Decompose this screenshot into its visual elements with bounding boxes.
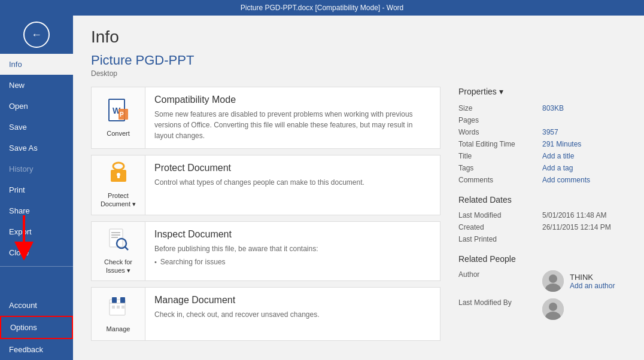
properties-table: Size 803KB Pages Words 3957 Total Editin… [458, 102, 626, 186]
sidebar-item-history: History [0, 158, 73, 179]
check-issues-button[interactable]: Check for Issues ▾ [92, 222, 145, 281]
last-modified-by-row: Last Modified By [458, 297, 626, 325]
compatibility-text: Compatibility Mode Some new features are… [145, 87, 440, 148]
svg-point-26 [549, 303, 557, 311]
people-table: Author [458, 269, 626, 325]
document-location: Desktop [73, 68, 644, 87]
svg-line-14 [125, 247, 128, 250]
prop-pages-label: Pages [458, 114, 542, 126]
prop-words: Words 3957 [458, 126, 626, 138]
author-avatar [542, 270, 564, 292]
author-row: Author [458, 269, 626, 297]
compatibility-desc: Some new features are disabled to preven… [154, 109, 431, 141]
prop-comments-label: Comments [458, 174, 542, 186]
protect-text: Protect Document Control what types of c… [145, 155, 440, 215]
compatibility-title: Compatibility Mode [154, 94, 431, 105]
date-printed: Last Printed [458, 233, 626, 245]
last-modified-by-label: Last Modified By [458, 297, 542, 325]
protect-button[interactable]: Protect Document ▾ [92, 155, 145, 215]
sidebar-item-feedback[interactable]: Feedback [0, 339, 73, 360]
svg-rect-20 [117, 306, 120, 309]
svg-text:P: P [120, 111, 124, 118]
inspect-desc: Before publishing this file, be aware th… [154, 243, 431, 254]
inspect-sub-text: Searching for issues [160, 258, 226, 266]
svg-rect-5 [113, 163, 124, 170]
main-content: Info Picture PGD-PPT Desktop W [73, 16, 644, 360]
prop-size-value: 803KB [542, 102, 626, 114]
manage-desc: Check in, check out, and recover unsaved… [154, 309, 431, 320]
sidebar-item-open[interactable]: Open [0, 96, 73, 117]
inspect-sub: • Searching for issues [154, 258, 431, 266]
title-bar: Picture PGD-PPT.docx [Compatibility Mode… [0, 0, 644, 16]
prop-title: Title Add a title [458, 150, 626, 162]
sidebar-item-save-as[interactable]: Save As [0, 138, 73, 158]
sidebar-item-info[interactable]: Info [0, 54, 73, 75]
inspect-title: Inspect Document [154, 229, 431, 240]
document-title: Picture PGD-PPT [73, 53, 644, 68]
convert-label: Convert [107, 129, 130, 138]
prop-size-label: Size [458, 102, 542, 114]
prop-pages-value [542, 114, 626, 126]
convert-icon: W P [108, 98, 129, 127]
svg-rect-19 [112, 306, 115, 309]
author-person: THINK Add an author [542, 270, 626, 292]
page-title: Info [73, 16, 644, 53]
date-printed-label: Last Printed [458, 233, 542, 245]
prop-tags-value[interactable]: Add a tag [542, 162, 626, 174]
dates-table: Last Modified 5/01/2016 11:48 AM Created… [458, 209, 626, 245]
prop-editing-time: Total Editing Time 291 Minutes [458, 138, 626, 150]
check-issues-icon [108, 228, 129, 255]
prop-editing-time-label: Total Editing Time [458, 138, 542, 150]
convert-button[interactable]: W P Convert [92, 87, 145, 148]
author-name: THINK [570, 273, 615, 282]
sidebar-item-print[interactable]: Print [0, 179, 73, 200]
prop-title-value[interactable]: Add a title [542, 150, 626, 162]
info-panels: W P Convert Compatibility Mode Some new … [91, 87, 441, 348]
check-issues-label: Check for Issues ▾ [104, 258, 132, 275]
prop-title-label: Title [458, 150, 542, 162]
last-modified-by-info [542, 297, 626, 325]
date-created-label: Created [458, 221, 542, 233]
sidebar-nav: Info New Open Save Save As History Print… [0, 54, 73, 360]
manage-icon [108, 295, 129, 322]
properties-panel: Properties ▾ Size 803KB Pages Words 3957 [458, 87, 626, 348]
back-button[interactable]: ← [23, 22, 50, 48]
svg-rect-21 [121, 306, 124, 309]
sidebar-item-account[interactable]: Account [0, 295, 73, 316]
sidebar-item-share[interactable]: Share [0, 200, 73, 221]
sidebar-item-save[interactable]: Save [0, 117, 73, 138]
date-printed-value [542, 233, 626, 245]
author-info: THINK Add an author [542, 269, 626, 297]
sidebar-item-options[interactable]: Options [0, 316, 73, 339]
protect-icon [108, 161, 129, 189]
protect-card: Protect Document ▾ Protect Document Cont… [91, 155, 441, 215]
last-modified-avatar [542, 298, 564, 320]
add-author-link[interactable]: Add an author [570, 282, 615, 290]
prop-tags: Tags Add a tag [458, 162, 626, 174]
bullet-icon: • [154, 258, 157, 266]
last-modified-person [542, 298, 626, 320]
prop-comments-value[interactable]: Add comments [542, 174, 626, 186]
properties-header: Properties ▾ [458, 87, 626, 96]
svg-point-23 [549, 274, 557, 283]
prop-pages: Pages [458, 114, 626, 126]
manage-label: Manage [107, 325, 130, 333]
svg-rect-16 [112, 297, 117, 303]
sidebar-item-export[interactable]: Export [0, 221, 73, 242]
inspect-card: Check for Issues ▾ Inspect Document Befo… [91, 221, 441, 282]
author-label: Author [458, 269, 542, 297]
protect-label: Protect Document ▾ [101, 191, 136, 209]
date-modified-label: Last Modified [458, 209, 542, 221]
prop-editing-time-value: 291 Minutes [542, 138, 626, 150]
sidebar-item-new[interactable]: New [0, 75, 73, 96]
protect-title: Protect Document [154, 163, 431, 173]
title-text: Picture PGD-PPT.docx [Compatibility Mode… [241, 4, 404, 12]
related-people-header: Related People [458, 254, 626, 264]
sidebar-item-close[interactable]: Close [0, 242, 73, 263]
related-people-section: Author [458, 269, 626, 325]
manage-button[interactable]: Manage [92, 288, 145, 340]
info-body: W P Convert Compatibility Mode Some new … [73, 87, 644, 360]
prop-words-label: Words [458, 126, 542, 138]
prop-size: Size 803KB [458, 102, 626, 114]
prop-comments: Comments Add comments [458, 174, 626, 186]
